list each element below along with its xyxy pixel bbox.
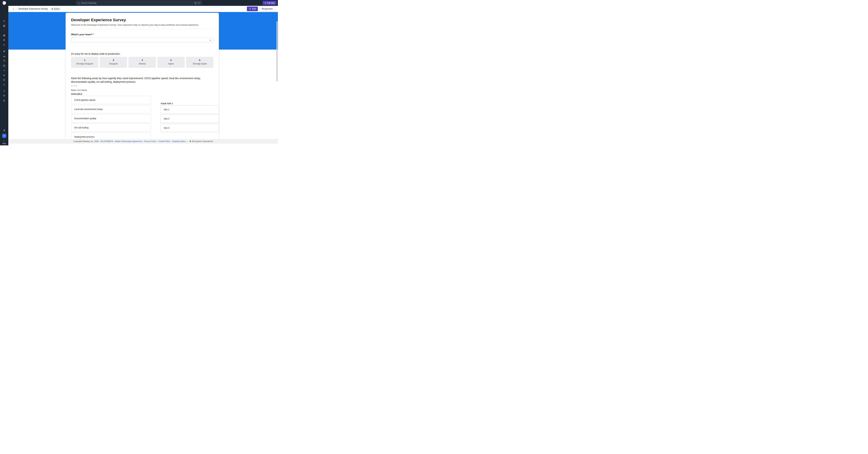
edit-button[interactable]: ✎ Edit bbox=[247, 6, 258, 11]
datadog-logo[interactable] bbox=[0, 1, 8, 5]
footer-link-privacy[interactable]: Privacy Policy bbox=[144, 140, 156, 142]
copyright-text: Copyright Datadog, Inc. 2026 - 35.107590… bbox=[73, 140, 114, 142]
top3-header: YOUR TOP 3 bbox=[160, 102, 219, 105]
systems-status-text: All Systems Operational bbox=[192, 140, 213, 142]
likert-value: 4 bbox=[157, 59, 185, 61]
available-column: CI/CD pipeline speed Local dev environme… bbox=[71, 96, 151, 139]
lightning-icon[interactable]: ⚡ bbox=[0, 42, 8, 47]
edit-button-label: Edit bbox=[252, 8, 256, 10]
likert-option-2[interactable]: 2 Disagree bbox=[100, 57, 127, 68]
question-rank-label: Rank the following areas by how urgently… bbox=[71, 77, 213, 84]
likert-label: Disagree bbox=[100, 63, 127, 65]
team-select[interactable] bbox=[71, 37, 213, 42]
likert-label: Strongly Disagree bbox=[71, 63, 98, 65]
footer-separator: - bbox=[157, 140, 158, 142]
active-dot-icon bbox=[52, 8, 53, 9]
footer-link-status[interactable]: Datadog Status → bbox=[172, 140, 188, 142]
likert-label: Agree bbox=[157, 63, 185, 65]
likert-option-1[interactable]: 1 Strongly Disagree bbox=[71, 57, 98, 68]
top-bar: ⌘ K ✦ Ask Bits bbox=[0, 0, 278, 6]
agent-icon[interactable]: ♟ bbox=[0, 128, 8, 132]
gear-icon[interactable]: ⚙ bbox=[0, 98, 8, 103]
top3-column: YOUR TOP 3 Slot 1 Slot 2 Slot 3 bbox=[160, 102, 219, 133]
rank-item[interactable]: Deployment process bbox=[71, 133, 151, 139]
chevron-down-icon bbox=[210, 40, 211, 41]
rank-slot[interactable]: Slot 3 bbox=[160, 124, 219, 132]
link-icon[interactable]: ∞ bbox=[0, 68, 8, 73]
responses-button[interactable]: Responses bbox=[259, 6, 275, 11]
tools-icon[interactable]: ⚒ bbox=[0, 93, 8, 98]
help-nav[interactable]: ☺ Help bbox=[0, 139, 8, 144]
launch-icon[interactable]: ✈ bbox=[2, 134, 6, 138]
divider bbox=[71, 29, 213, 29]
likert-option-3[interactable]: 3 Neutral bbox=[128, 57, 156, 68]
question-deploy: It's easy for me to deploy code to produ… bbox=[71, 53, 213, 68]
left-nav-sidebar: ➤ ▦ ◔ ▣ ☸ ⚡ ☻ ☁ ☰ ▤ ∞ ◈ ⊞ ↻ ✳ ⚒ ⚙ ♟ ✈ ☺ … bbox=[0, 6, 8, 145]
available-header: AVAILABLE bbox=[71, 93, 213, 95]
cmd-key-hint: ⌘ bbox=[194, 1, 197, 4]
survey-subtitle: Welcome to the Developer Experience Surv… bbox=[71, 24, 213, 26]
rank-item[interactable]: On-call tooling bbox=[71, 123, 151, 132]
drag-handle-dots bbox=[71, 85, 213, 87]
rank-item[interactable]: Local dev environment setup bbox=[71, 105, 151, 113]
search-icon bbox=[78, 2, 80, 4]
footer-link-msa[interactable]: Master Subscription Agreement bbox=[115, 140, 142, 142]
likert-value: 1 bbox=[71, 59, 98, 61]
refresh-icon[interactable]: ↻ bbox=[0, 82, 8, 87]
bug-icon[interactable]: ✳ bbox=[0, 89, 8, 93]
page-footer: Copyright Datadog, Inc. 2026 - 35.107590… bbox=[8, 139, 278, 143]
footer-separator: - bbox=[143, 140, 144, 142]
likert-option-5[interactable]: 5 Strongly Agree bbox=[186, 57, 213, 68]
rank-instruction: Rank 1 to 3 items bbox=[71, 89, 213, 91]
search-input[interactable] bbox=[81, 2, 193, 4]
pencil-icon: ✎ bbox=[249, 8, 251, 10]
rank-item[interactable]: CI/CD pipeline speed bbox=[71, 96, 151, 104]
likert-label: Strongly Agree bbox=[186, 63, 213, 65]
table-icon[interactable]: ▤ bbox=[0, 63, 8, 68]
ask-bits-button[interactable]: ✦ Ask Bits bbox=[262, 1, 276, 5]
question-team: What's your team?* bbox=[71, 33, 213, 42]
question-deploy-label: It's easy for me to deploy code to produ… bbox=[71, 53, 213, 55]
survey-title: Developer Experience Survey bbox=[71, 18, 213, 22]
integrations-icon[interactable]: ▣ bbox=[0, 33, 8, 37]
likert-value: 3 bbox=[128, 59, 156, 61]
rank-slot[interactable]: Slot 2 bbox=[160, 115, 219, 123]
bar-chart-icon[interactable]: ▦ bbox=[0, 23, 8, 28]
footer-link-cookie[interactable]: Cookie Policy bbox=[158, 140, 170, 142]
cloud-icon[interactable]: ☁ bbox=[0, 54, 8, 58]
scrollbar[interactable] bbox=[276, 21, 278, 82]
question-team-text: What's your team? bbox=[71, 33, 92, 36]
global-search[interactable]: ⌘ K bbox=[76, 1, 202, 5]
status-dot-icon bbox=[190, 140, 191, 142]
breadcrumb-bar: ⌂ / Developer Experience Survey Active ✎… bbox=[8, 6, 278, 12]
likert-option-4[interactable]: 4 Agree bbox=[157, 57, 185, 68]
users-icon[interactable]: ☻ bbox=[0, 49, 8, 54]
survey-card: Developer Experience Survey Welcome to t… bbox=[66, 13, 219, 139]
question-team-label: What's your team?* bbox=[71, 33, 213, 36]
status-badge: Active bbox=[50, 7, 61, 11]
rank-area: CI/CD pipeline speed Local dev environme… bbox=[71, 96, 213, 139]
sparkle-icon: ✦ bbox=[265, 2, 266, 4]
security-icon[interactable]: ◈ bbox=[0, 73, 8, 77]
list-icon[interactable]: ☰ bbox=[0, 58, 8, 63]
main-content: Developer Experience Survey Welcome to t… bbox=[8, 12, 278, 145]
required-asterisk: * bbox=[93, 33, 94, 36]
help-icon: ☺ bbox=[0, 139, 8, 142]
rank-item[interactable]: Documentation quality bbox=[71, 114, 151, 123]
footer-separator: - bbox=[171, 140, 172, 142]
breadcrumb-separator: / bbox=[16, 8, 17, 10]
datadog-dog-icon bbox=[2, 1, 6, 5]
gauge-icon[interactable]: ◔ bbox=[0, 28, 8, 33]
send-icon[interactable]: ➤ bbox=[0, 19, 8, 23]
rank-slot[interactable]: Slot 1 bbox=[160, 105, 219, 114]
help-label: Help bbox=[2, 142, 6, 144]
home-icon[interactable]: ⌂ bbox=[12, 7, 14, 10]
ask-bits-label: Ask Bits bbox=[267, 2, 275, 4]
grid-icon[interactable]: ⊞ bbox=[0, 77, 8, 82]
likert-scale: 1 Strongly Disagree 2 Disagree 3 Neutral… bbox=[71, 57, 213, 68]
likert-value: 2 bbox=[100, 59, 127, 61]
likert-label: Neutral bbox=[128, 63, 156, 65]
question-rank: Rank the following areas by how urgently… bbox=[71, 77, 213, 139]
wheel-icon[interactable]: ☸ bbox=[0, 37, 8, 42]
k-key-hint: K bbox=[197, 1, 200, 4]
